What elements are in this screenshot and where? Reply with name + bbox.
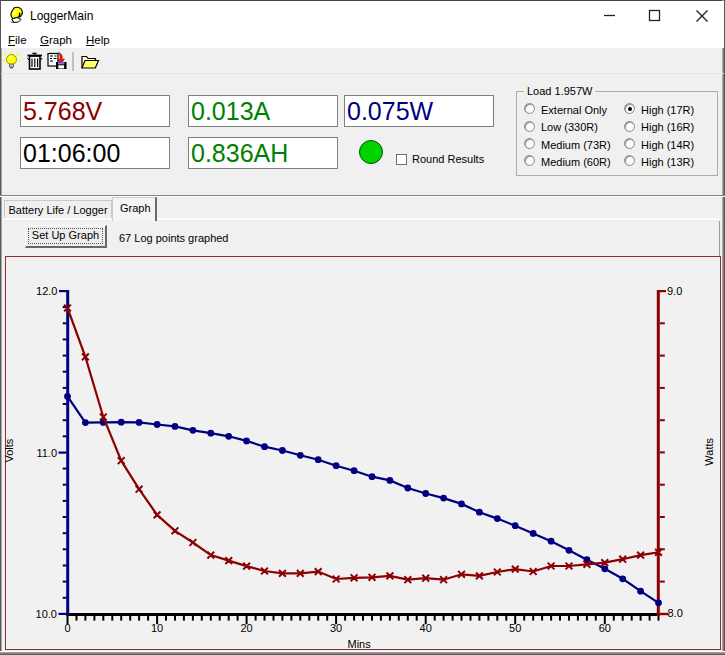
svg-text:0: 0: [64, 622, 70, 634]
svg-text:Mins: Mins: [348, 638, 372, 650]
svg-text:60: 60: [599, 622, 611, 634]
svg-text:50: 50: [509, 622, 521, 634]
svg-text:10: 10: [151, 622, 163, 634]
svg-text:Volts: Volts: [3, 438, 15, 462]
svg-text:20: 20: [240, 622, 252, 634]
svg-text:11.0: 11.0: [36, 447, 57, 459]
svg-text:9.0: 9.0: [667, 285, 682, 297]
svg-text:30: 30: [330, 622, 342, 634]
svg-text:8.0: 8.0: [668, 607, 683, 619]
svg-text:Watts: Watts: [704, 437, 716, 465]
svg-text:10.0: 10.0: [36, 608, 57, 620]
svg-text:12.0: 12.0: [36, 285, 57, 297]
svg-text:40: 40: [420, 622, 432, 634]
